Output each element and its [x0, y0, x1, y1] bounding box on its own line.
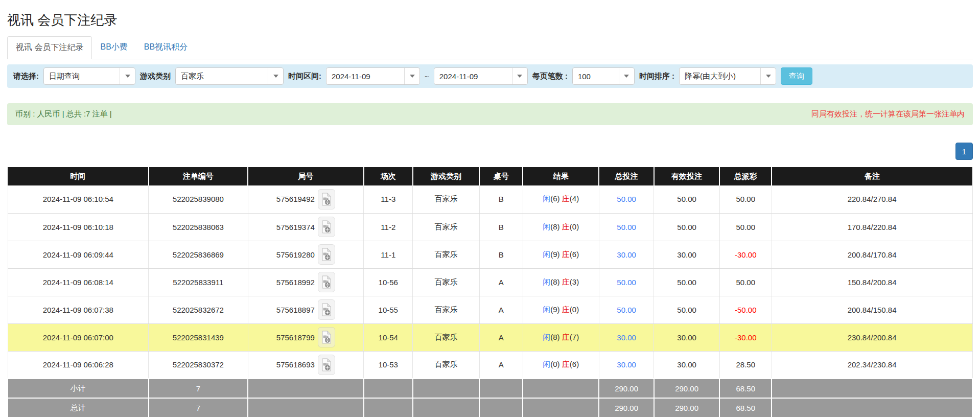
header-time: 时间	[8, 167, 149, 185]
result-banker: 庄	[562, 305, 570, 314]
cell-game: 百家乐	[413, 351, 479, 379]
video-replay-button[interactable]	[318, 327, 335, 347]
choose-label: 请选择:	[13, 72, 39, 81]
cell-bet-id: 522025833911	[149, 268, 248, 296]
cell-table-no: A	[479, 296, 523, 323]
result-banker: 庄	[562, 222, 570, 231]
video-file-icon	[321, 248, 332, 261]
total-bet-link[interactable]: 30.00	[617, 360, 636, 369]
header-payout: 总派彩	[719, 167, 772, 185]
cell-round: 575618693	[248, 351, 364, 379]
search-button[interactable]: 查询	[781, 67, 812, 85]
cell-game: 百家乐	[413, 296, 479, 323]
cell-total-bet: 50.00	[599, 268, 654, 296]
result-banker: 庄	[562, 277, 570, 286]
tab-bb-video-points[interactable]: BB视讯积分	[136, 36, 196, 59]
page-size-value: 100	[573, 72, 619, 81]
grand-total-row: 总计 7 290.00 290.00 68.50	[8, 398, 972, 417]
cell-result: 闲(9) 庄(0)	[523, 296, 599, 323]
time-sort-label: 时间排序 :	[639, 72, 674, 81]
video-replay-button[interactable]	[318, 189, 335, 210]
video-replay-button[interactable]	[318, 244, 335, 265]
subtotal-payout: 68.50	[719, 379, 772, 398]
cell-table-no: A	[479, 323, 523, 351]
cell-payout: 28.50	[719, 351, 772, 379]
cell-payout: -30.00	[719, 241, 772, 268]
filter-bar: 请选择: 日期查询 游戏类别 百家乐 时间区间: 2024-11-09 ~ 20…	[7, 64, 973, 88]
header-bet-id: 注单编号	[149, 167, 248, 185]
cell-table-no: B	[479, 213, 523, 241]
cell-session: 10-54	[364, 323, 413, 351]
date-to-value: 2024-11-09	[434, 72, 512, 81]
date-from-select[interactable]: 2024-11-09	[326, 67, 420, 85]
cell-result: 闲(9) 庄(6)	[523, 241, 599, 268]
cell-remark: 202.34/230.84	[772, 351, 972, 379]
game-type-select[interactable]: 百家乐	[175, 67, 284, 85]
game-type-value: 百家乐	[176, 72, 268, 81]
date-from-value: 2024-11-09	[326, 72, 404, 81]
round-id: 575618693	[276, 360, 315, 369]
video-replay-button[interactable]	[318, 299, 335, 320]
result-player: 闲	[543, 194, 550, 203]
result-player: 闲	[543, 360, 550, 368]
chevron-down-icon	[512, 68, 527, 84]
result-player: 闲	[543, 333, 550, 341]
chevron-down-icon	[404, 68, 419, 84]
pagination: 1	[7, 143, 973, 160]
page-size-select[interactable]: 100	[572, 67, 635, 85]
page-size-label: 每页笔数 :	[532, 72, 568, 81]
cell-table-no: B	[479, 185, 523, 213]
query-type-value: 日期查询	[44, 72, 120, 81]
cell-time: 2024-11-09 06:10:18	[8, 213, 149, 241]
total-bet-link[interactable]: 50.00	[617, 278, 636, 287]
cell-table-no: A	[479, 268, 523, 296]
cell-game: 百家乐	[413, 241, 479, 268]
cell-valid-bet: 50.00	[654, 213, 719, 241]
table-row: 2024-11-09 06:06:28 522025830372 5756186…	[8, 351, 972, 379]
result-banker: 庄	[562, 333, 570, 341]
cell-total-bet: 50.00	[599, 213, 654, 241]
time-sort-select[interactable]: 降幂(由大到小)	[679, 67, 776, 85]
total-bet-link[interactable]: 30.00	[617, 333, 636, 342]
video-replay-button[interactable]	[318, 272, 335, 292]
grand-total-valid-bet: 290.00	[654, 398, 719, 417]
cell-table-no: B	[479, 241, 523, 268]
cell-session: 11-2	[364, 213, 413, 241]
tab-bb-tips[interactable]: BB小费	[92, 36, 135, 59]
subtotal-label: 小计	[8, 379, 149, 398]
cell-total-bet: 30.00	[599, 351, 654, 379]
header-game-type: 游戏类别	[413, 167, 479, 185]
header-total-bet: 总投注	[599, 167, 654, 185]
cell-session: 10-56	[364, 268, 413, 296]
cell-time: 2024-11-09 06:09:44	[8, 241, 149, 268]
date-range-tilde: ~	[425, 72, 429, 81]
video-replay-button[interactable]	[318, 217, 335, 237]
cell-session: 11-1	[364, 241, 413, 268]
video-file-icon	[321, 275, 332, 289]
grand-total-label: 总计	[8, 398, 149, 417]
cell-time: 2024-11-09 06:07:00	[8, 323, 149, 351]
bet-records-table: 时间 注单编号 局号 场次 游戏类别 桌号 结果 总投注 有效投注 总派彩 备注…	[7, 167, 973, 418]
page-title: 视讯 会员下注纪录	[7, 11, 973, 29]
cell-valid-bet: 30.00	[654, 241, 719, 268]
total-bet-link[interactable]: 50.00	[617, 195, 636, 203]
table-row: 2024-11-09 06:10:54 522025839080 5756194…	[8, 185, 972, 213]
tab-video-bet-records[interactable]: 视讯 会员下注纪录	[7, 36, 92, 59]
summary-totals-text: 币别 : 人民币 | 总共 :7 注单 |	[15, 109, 112, 119]
cell-round: 575619280	[248, 241, 364, 268]
game-type-label: 游戏类别	[140, 72, 171, 81]
cell-round: 575619492	[248, 185, 364, 213]
query-type-select[interactable]: 日期查询	[43, 67, 135, 85]
cell-remark: 220.84/270.84	[772, 185, 972, 213]
date-to-select[interactable]: 2024-11-09	[434, 67, 528, 85]
total-bet-link[interactable]: 50.00	[617, 223, 636, 231]
cell-session: 10-53	[364, 351, 413, 379]
cell-session: 11-3	[364, 185, 413, 213]
page-1-button[interactable]: 1	[955, 143, 973, 160]
video-file-icon	[321, 358, 332, 371]
chevron-down-icon	[619, 68, 634, 84]
header-valid-bet: 有效投注	[654, 167, 719, 185]
total-bet-link[interactable]: 30.00	[617, 250, 636, 259]
video-replay-button[interactable]	[318, 355, 335, 375]
total-bet-link[interactable]: 50.00	[617, 306, 636, 314]
